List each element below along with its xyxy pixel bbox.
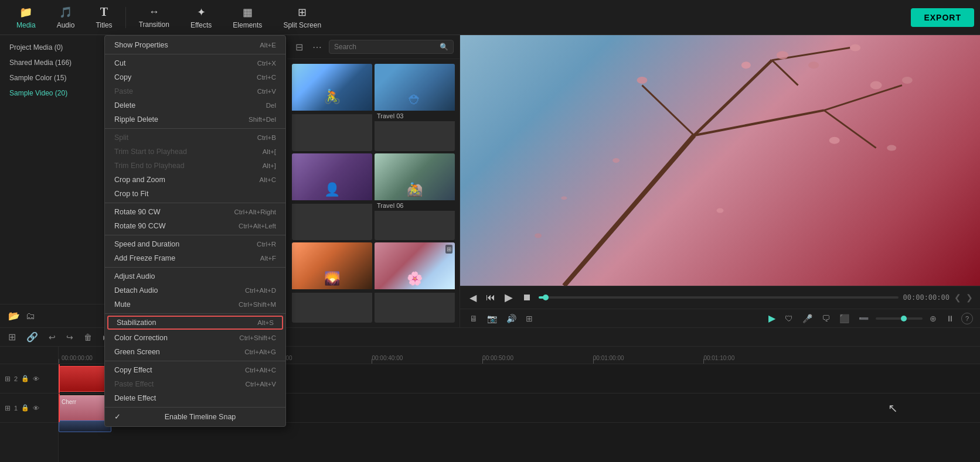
media-item-travel06[interactable]: Travel 06 xyxy=(375,153,455,241)
ctx-crop-zoom[interactable]: Crop and Zoom Alt+C xyxy=(105,173,285,187)
volume-button[interactable]: 🔊 xyxy=(504,313,519,324)
left-panel-actions: 📂 🗂 xyxy=(0,304,105,327)
ctx-delete-effect-label: Delete Effect xyxy=(114,394,156,402)
add-track-button[interactable]: ⊞ xyxy=(6,330,18,344)
undo-button[interactable]: ↩ xyxy=(46,331,58,343)
progress-bar[interactable] xyxy=(539,296,899,299)
prev-frame-button[interactable]: ◀ xyxy=(467,291,479,304)
ctx-rotate-ccw-shortcut: Ctrl+Alt+Left xyxy=(239,223,276,230)
left-panel-project-media[interactable]: Project Media (0) xyxy=(0,40,105,55)
ctx-rotate-ccw[interactable]: Rotate 90 CCW Ctrl+Alt+Left xyxy=(105,219,285,233)
svg-line-5 xyxy=(772,60,798,85)
media-item-travel06-label: Travel 06 xyxy=(375,200,455,211)
left-panel-sample-color[interactable]: Sample Color (15) xyxy=(0,70,105,85)
nav-splitscreen[interactable]: ⊞ Split Screen xyxy=(273,2,332,33)
screenshot-button[interactable]: 📷 xyxy=(485,313,499,324)
media-item-travel05[interactable] xyxy=(292,153,372,241)
ctx-rotate-cw[interactable]: Rotate 90 CW Ctrl+Alt+Right xyxy=(105,205,285,219)
redo-button[interactable]: ↪ xyxy=(64,331,76,343)
ctx-show-properties-label: Show Properties xyxy=(114,41,168,49)
nav-elements[interactable]: ▦ Elements xyxy=(222,2,273,33)
svg-line-1 xyxy=(694,60,772,135)
zoom-in-button[interactable]: ⊕ xyxy=(927,313,939,324)
export-button[interactable]: EXPORT xyxy=(911,8,974,27)
track2-eye-button[interactable]: 👁 xyxy=(33,375,39,382)
ctx-green-screen[interactable]: Green Screen Ctrl+Alt+G xyxy=(105,345,285,359)
play-button[interactable]: ▶ xyxy=(502,290,515,305)
monitor-button[interactable]: 🖥 xyxy=(467,313,480,324)
pause-icon-button[interactable]: ⏸ xyxy=(944,313,957,324)
ctx-crop-fit[interactable]: Crop to Fit xyxy=(105,187,285,201)
ctx-show-properties[interactable]: Show Properties Alt+E xyxy=(105,38,285,52)
media-item-travel03[interactable]: Travel 03 xyxy=(375,64,455,151)
ctx-speed-duration[interactable]: Speed and Duration Ctrl+R xyxy=(105,237,285,251)
nav-transition[interactable]: ↔ Transition xyxy=(128,2,180,32)
media-item-cherry-label xyxy=(375,289,455,293)
media-item-cherry[interactable]: ⊞ xyxy=(375,242,455,323)
shield-button[interactable]: 🛡 xyxy=(782,313,795,324)
ctx-trim-start-label: Trim Start to Playhead xyxy=(114,148,187,156)
ctx-crop-fit-label: Crop to Fit xyxy=(114,190,148,198)
ruler-mark-100: 00:01:00:00 xyxy=(593,355,624,361)
stop-button[interactable]: ⏹ xyxy=(520,291,534,304)
ctx-mute[interactable]: Mute Ctrl+Shift+M xyxy=(105,297,285,312)
ctx-rotate-cw-label: Rotate 90 CW xyxy=(114,208,161,216)
ctx-freeze-frame[interactable]: Add Freeze Frame Alt+F xyxy=(105,251,285,265)
ctx-check-icon: ✓ xyxy=(114,412,121,421)
link-button[interactable]: 🔗 xyxy=(24,330,40,344)
ctx-ripple-delete[interactable]: Ripple Delete Shift+Del xyxy=(105,112,285,126)
help-button[interactable]: ? xyxy=(961,313,973,324)
ruler-label-spacer xyxy=(0,347,58,364)
nav-audio[interactable]: 🎵 Audio xyxy=(46,2,86,33)
track1-eye-button[interactable]: 👁 xyxy=(33,405,39,412)
remove-folder-button[interactable]: 🗂 xyxy=(26,310,35,321)
track1-clip-blue[interactable] xyxy=(59,420,111,432)
speed-slider[interactable] xyxy=(876,317,923,320)
track2-clip-red[interactable] xyxy=(59,366,111,392)
ctx-copy[interactable]: Copy Ctrl+C xyxy=(105,70,285,84)
widescreen-button[interactable]: ⬛ xyxy=(837,313,852,324)
ctx-cut[interactable]: Cut Ctrl+X xyxy=(105,56,285,70)
svg-point-15 xyxy=(829,137,840,144)
media-search-box: 🔍 xyxy=(329,40,454,54)
prev-button[interactable]: ⏮ xyxy=(484,291,498,304)
render-preview-button[interactable]: ▶ xyxy=(766,312,778,325)
ctx-divider-8 xyxy=(105,407,285,408)
ctx-enable-snap[interactable]: ✓ Enable Timeline Snap xyxy=(105,409,285,424)
track1-clip-cherry[interactable]: Cherr xyxy=(59,395,111,421)
ctx-delete[interactable]: Delete Del xyxy=(105,98,285,112)
bracket-left-icon: ❮ xyxy=(954,293,961,302)
zoom-out-button[interactable]: ➖ xyxy=(856,313,871,324)
grid-button[interactable]: ⋯ xyxy=(310,40,324,54)
add-folder-button[interactable]: 📂 xyxy=(8,310,20,321)
media-item-travel01[interactable] xyxy=(292,64,372,151)
timeline-tracks-label: ⊞ 2 🔒 👁 ⊞ 1 🔒 👁 xyxy=(0,347,59,462)
nav-media[interactable]: 📁 Media xyxy=(6,2,46,33)
ctx-detach-audio[interactable]: Detach Audio Ctrl+Alt+D xyxy=(105,283,285,297)
nav-titles[interactable]: T Titles xyxy=(85,2,122,33)
preview-image xyxy=(460,35,980,286)
playhead-track1 xyxy=(59,393,60,422)
svg-line-2 xyxy=(694,110,824,135)
ctx-stabilization[interactable]: Stabilization Alt+S xyxy=(107,316,283,330)
left-panel-sample-video[interactable]: Sample Video (20) xyxy=(0,85,105,101)
track1-lock-button[interactable]: 🔒 xyxy=(21,404,29,412)
layout-button[interactable]: ⊞ xyxy=(523,313,535,324)
ctx-ripple-delete-label: Ripple Delete xyxy=(114,115,158,124)
ctx-copy-effect[interactable]: Copy Effect Ctrl+Alt+C xyxy=(105,363,285,377)
ctx-delete-effect[interactable]: Delete Effect xyxy=(105,391,285,405)
search-input[interactable] xyxy=(334,43,436,51)
subtitle-button[interactable]: 🗨 xyxy=(819,313,832,324)
media-item-travel07[interactable] xyxy=(292,242,372,323)
svg-point-14 xyxy=(637,77,647,84)
nav-effects[interactable]: ✦ Effects xyxy=(180,2,222,33)
ctx-paste-effect-label: Paste Effect xyxy=(114,380,154,388)
ctx-divider-6 xyxy=(105,313,285,314)
filter-button[interactable]: ⊟ xyxy=(293,40,305,54)
track2-lock-button[interactable]: 🔒 xyxy=(21,375,29,382)
ctx-adjust-audio[interactable]: Adjust Audio xyxy=(105,269,285,283)
ctx-color-correction[interactable]: Color Correction Ctrl+Shift+C xyxy=(105,331,285,345)
mic-button[interactable]: 🎤 xyxy=(800,313,815,324)
left-panel-shared-media[interactable]: Shared Media (166) xyxy=(0,55,105,70)
delete-button[interactable]: 🗑 xyxy=(81,331,94,343)
